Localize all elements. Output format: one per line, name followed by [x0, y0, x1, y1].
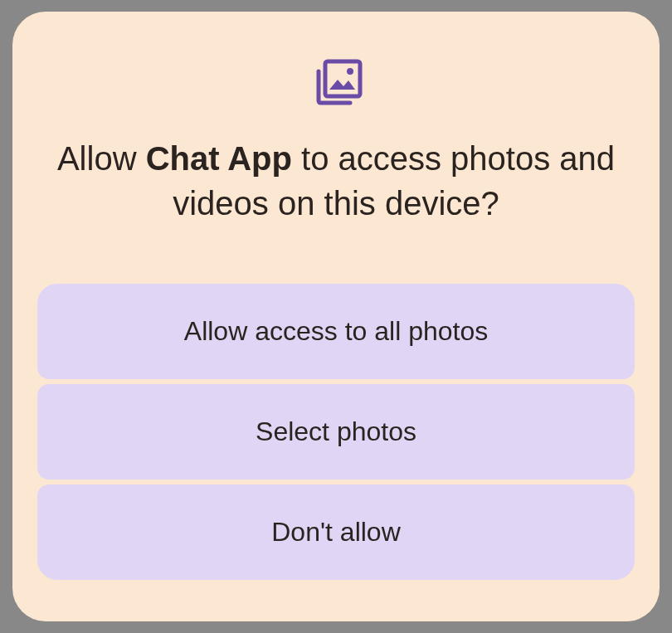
- app-name: Chat App: [146, 140, 292, 177]
- select-photos-button[interactable]: Select photos: [37, 384, 635, 480]
- photo-library-icon: [307, 53, 365, 111]
- title-prefix: Allow: [57, 140, 146, 177]
- svg-rect-0: [325, 61, 360, 96]
- svg-point-1: [347, 68, 353, 75]
- allow-all-button[interactable]: Allow access to all photos: [37, 284, 635, 379]
- dialog-title: Allow Chat App to access photos and vide…: [37, 136, 635, 226]
- button-label: Don't allow: [271, 517, 401, 548]
- button-label: Allow access to all photos: [184, 316, 488, 347]
- option-button-group: Allow access to all photos Select photos…: [37, 284, 635, 580]
- permission-dialog: Allow Chat App to access photos and vide…: [12, 12, 660, 621]
- button-label: Select photos: [256, 416, 416, 447]
- dont-allow-button[interactable]: Don't allow: [37, 484, 635, 580]
